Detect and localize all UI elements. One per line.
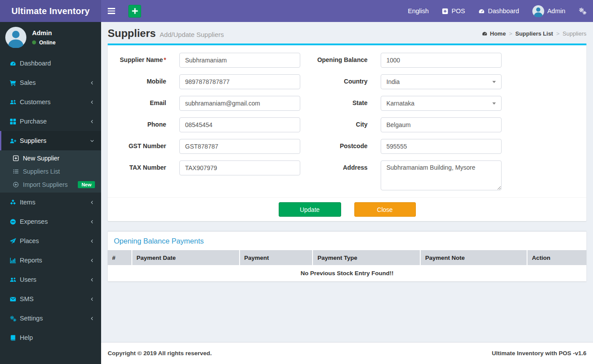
sidebar-item-suppliers[interactable]: Suppliers <box>0 131 101 150</box>
gauge-icon <box>482 31 487 36</box>
sidebar-item-reports[interactable]: Reports <box>0 251 101 270</box>
email-label: Email <box>108 96 166 111</box>
sidebar-item-users[interactable]: Users <box>0 270 101 289</box>
sidebar-item-purchase[interactable]: Purchase <box>0 112 101 131</box>
grid-icon <box>10 118 16 125</box>
gst-number-input[interactable] <box>179 139 300 154</box>
sidebar-item-expenses[interactable]: Expenses <box>0 212 101 231</box>
breadcrumb-separator <box>509 30 513 37</box>
tax-number-input[interactable] <box>179 160 300 175</box>
phone-input[interactable] <box>179 117 300 132</box>
email-input[interactable] <box>179 96 300 111</box>
plus-square-icon <box>442 8 448 15</box>
sidebar-item-help[interactable]: Help <box>0 328 101 347</box>
chevron-left-icon <box>90 297 95 302</box>
gst-number-label: GST Number <box>108 139 166 154</box>
column-header-payment-type: Payment Type <box>313 250 421 265</box>
new-badge: New <box>78 181 95 188</box>
address-label: Address <box>308 160 367 190</box>
list-icon <box>13 168 19 175</box>
page-subtitle: Add/Update Suppliers <box>160 31 224 38</box>
address-textarea[interactable]: Subhramaniam Building, Mysore <box>381 160 502 190</box>
submenu-item-new-supplier[interactable]: New Supplier <box>0 152 101 165</box>
breadcrumb-home[interactable]: Home <box>490 30 506 37</box>
minus-circle-icon <box>10 218 16 225</box>
required-mark: * <box>164 56 166 63</box>
empty-message: No Previous Stock Entry Found!! <box>108 265 586 281</box>
main-content: Suppliers Add/Update Suppliers Home Supp… <box>101 22 593 364</box>
user-plus-icon <box>10 138 16 144</box>
page-footer: Copyright © 2019 All rights reserved. Ul… <box>101 342 593 364</box>
state-select[interactable]: Karnataka <box>381 96 502 111</box>
sidebar-item-items[interactable]: Items <box>0 193 101 212</box>
cogs-icon <box>578 7 586 15</box>
pos-link[interactable]: POS <box>435 0 472 22</box>
mobile-input[interactable] <box>179 74 300 89</box>
postcode-input[interactable] <box>381 139 502 154</box>
close-button[interactable]: Close <box>354 202 416 217</box>
sidebar-item-settings[interactable]: Settings <box>0 309 101 328</box>
submenu-item-import-suppliers[interactable]: Import Suppliers New <box>0 178 101 191</box>
payments-box: Opening Balance Payments # Payment Date … <box>108 231 586 281</box>
column-header-payment-date: Payment Date <box>132 250 240 265</box>
form-column-right: Opening Balance Country India State K <box>308 53 586 197</box>
state-label: State <box>308 96 367 111</box>
sidebar-item-dashboard[interactable]: Dashboard <box>0 54 101 73</box>
cubes-icon <box>10 199 16 206</box>
breadcrumb-suppliers-list[interactable]: Suppliers List <box>515 30 553 37</box>
settings-menu[interactable] <box>572 0 593 22</box>
user-status: Online <box>32 40 55 46</box>
chevron-left-icon <box>90 219 95 224</box>
city-input[interactable] <box>381 117 502 132</box>
column-header-index: # <box>108 250 132 265</box>
dashboard-link[interactable]: Dashboard <box>472 0 526 22</box>
column-header-payment-note: Payment Note <box>421 250 528 265</box>
payments-table-header: # Payment Date Payment Payment Type Paym… <box>108 250 586 265</box>
book-icon <box>10 335 16 341</box>
sidebar-toggle-button[interactable] <box>101 0 121 22</box>
cart-icon <box>10 80 16 86</box>
postcode-label: Postcode <box>308 139 367 154</box>
navbar-right: English POS Dashboard Admin <box>401 0 593 22</box>
sidebar-user-panel: Admin Online <box>0 22 101 54</box>
supplier-name-input[interactable] <box>179 53 300 68</box>
content-header: Suppliers Add/Update Suppliers Home Supp… <box>101 22 593 44</box>
send-icon <box>10 238 16 244</box>
sidebar-item-places[interactable]: Places <box>0 231 101 251</box>
payments-title: Opening Balance Payments <box>108 232 586 250</box>
quick-add-button[interactable] <box>128 5 141 18</box>
bar-chart-icon <box>10 257 16 264</box>
suppliers-submenu: New Supplier Suppliers List Import Suppl… <box>0 150 101 193</box>
form-actions: Update Close <box>108 197 586 221</box>
copyright-text: Copyright © 2019 All rights reserved. <box>108 350 212 357</box>
users-icon <box>10 277 16 283</box>
supplier-name-label: Supplier Name* <box>108 53 166 68</box>
user-menu[interactable]: Admin <box>526 0 572 22</box>
submenu-item-suppliers-list[interactable]: Suppliers List <box>0 165 101 178</box>
plus-square-icon <box>13 155 19 161</box>
caret-down-icon <box>492 102 496 105</box>
update-button[interactable]: Update <box>279 202 341 217</box>
chevron-left-icon <box>90 277 95 282</box>
sidebar-item-sales[interactable]: Sales <box>0 73 101 92</box>
sidebar-menu: Dashboard Sales Customers Purchase Suppl… <box>0 54 101 347</box>
cogs-icon <box>10 315 16 322</box>
brand-logo[interactable]: Ultimate Inventory <box>0 0 101 22</box>
mobile-label: Mobile <box>108 74 166 89</box>
form-column-left: Supplier Name* Mobile Email Phone <box>108 53 308 197</box>
gauge-icon <box>478 8 485 15</box>
sidebar-item-customers[interactable]: Customers <box>0 92 101 112</box>
opening-balance-label: Opening Balance <box>308 53 367 68</box>
supplier-form-box: Supplier Name* Mobile Email Phone <box>108 44 586 221</box>
city-label: City <box>308 117 367 132</box>
sidebar: Admin Online Dashboard Sales Customers <box>0 22 101 364</box>
supplier-form: Supplier Name* Mobile Email Phone <box>108 45 586 197</box>
envelope-icon <box>10 296 16 302</box>
opening-balance-input[interactable] <box>381 53 502 68</box>
navbar: English POS Dashboard Admin <box>101 0 593 22</box>
column-header-action: Action <box>528 250 586 265</box>
country-select[interactable]: India <box>381 74 502 89</box>
sidebar-item-sms[interactable]: SMS <box>0 289 101 309</box>
gauge-icon <box>10 60 16 67</box>
language-menu[interactable]: English <box>401 0 436 22</box>
